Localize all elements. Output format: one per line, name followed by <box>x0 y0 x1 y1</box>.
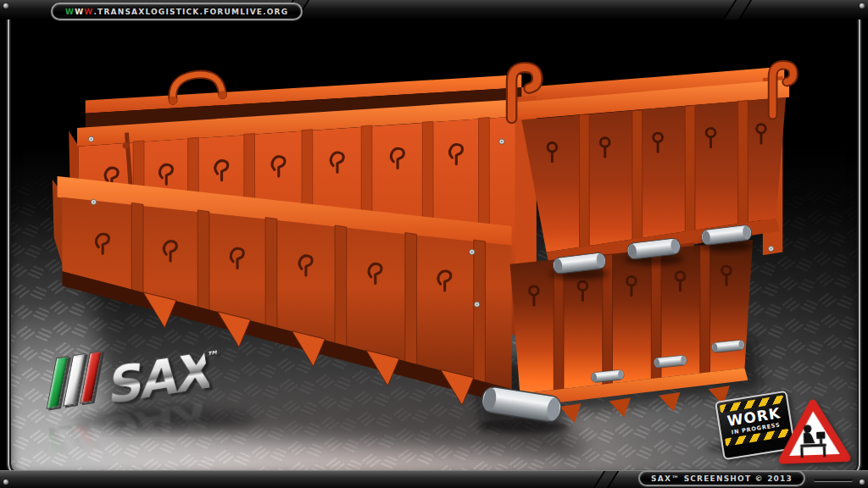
www-letter: W <box>65 8 75 16</box>
trademark-symbol: ™ <box>204 350 219 363</box>
screenshot-credit-text: SAX™ SCREENSHOT © 2013 <box>651 474 793 483</box>
screenshot-stage: SAX ™ SAX ™ WORK IN PROGRESS <box>0 0 868 488</box>
screenshot-credit-badge: SAX™ SCREENSHOT © 2013 <box>638 470 805 486</box>
corner-rivet <box>860 480 865 485</box>
corner-rivet <box>860 3 865 8</box>
site-url-badge: WWW.TRANSAXLOGISTICK.FORUMLIVE.ORG <box>51 3 303 20</box>
www-letter: W <box>75 8 84 16</box>
www-letter: W <box>84 8 93 16</box>
corner-rivet <box>3 3 8 8</box>
corner-rivet <box>3 480 8 485</box>
warning-triangle-sign <box>776 396 853 467</box>
bottom-bar-seam <box>593 471 619 488</box>
italian-flag-bars <box>47 352 101 408</box>
top-bar-seam <box>723 0 752 19</box>
site-domain-text: .TRANSAXLOGISTICK.FORUMLIVE.ORG <box>93 8 288 16</box>
bottom-bar-slot <box>814 479 853 482</box>
